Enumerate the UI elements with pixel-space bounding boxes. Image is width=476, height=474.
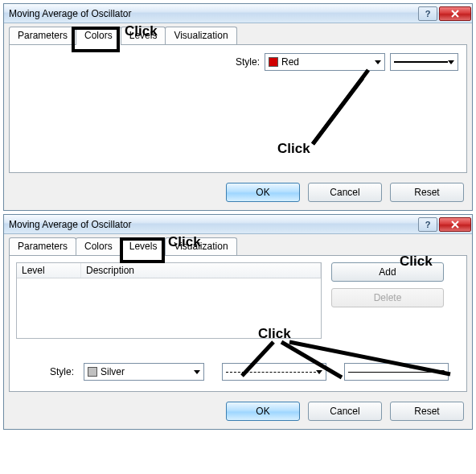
delete-button: Delete	[331, 288, 444, 307]
tab-visualization[interactable]: Visualization	[165, 27, 236, 44]
style-label: Style:	[18, 366, 74, 377]
color-name: Silver	[101, 366, 125, 377]
button-row: OK Cancel Reset	[4, 178, 472, 210]
chevron-down-icon	[194, 370, 200, 374]
close-button[interactable]	[439, 6, 471, 21]
chevron-down-icon	[375, 60, 381, 64]
help-icon: ?	[425, 9, 431, 19]
cancel-button[interactable]: Cancel	[308, 183, 382, 202]
line-sample	[348, 372, 438, 373]
color-swatch	[269, 57, 278, 67]
col-description[interactable]: Description	[81, 263, 321, 278]
titlebar[interactable]: Moving Average of Oscillator ?	[4, 4, 472, 23]
color-dropdown[interactable]: Red	[265, 53, 385, 71]
levels-list[interactable]: Level Description	[16, 262, 322, 339]
button-row: OK Cancel Reset	[4, 397, 472, 429]
style-label: Style:	[236, 56, 260, 68]
ok-button[interactable]: OK	[226, 183, 300, 202]
line-sample	[394, 61, 448, 63]
tab-levels[interactable]: Levels	[121, 237, 166, 256]
title: Moving Average of Oscillator	[9, 219, 416, 230]
line-sample-dash	[226, 372, 316, 373]
title: Moving Average of Oscillator	[9, 8, 416, 19]
tab-parameters[interactable]: Parameters	[9, 237, 76, 255]
color-swatch	[88, 367, 97, 377]
tab-parameters[interactable]: Parameters	[9, 27, 76, 44]
reset-button[interactable]: Reset	[390, 183, 464, 202]
tab-levels[interactable]: Levels	[121, 27, 166, 44]
close-icon	[451, 10, 459, 18]
col-level[interactable]: Level	[17, 263, 81, 278]
cancel-button[interactable]: Cancel	[308, 402, 382, 421]
tab-row: Parameters Colors Levels Visualization	[4, 234, 472, 255]
reset-button[interactable]: Reset	[390, 402, 464, 421]
close-icon	[451, 221, 459, 229]
line-weight-dropdown[interactable]	[344, 363, 449, 381]
side-buttons: Add Delete	[331, 262, 444, 339]
tab-body-colors: Style: Red	[9, 44, 467, 173]
tab-colors[interactable]: Colors	[76, 237, 121, 255]
line-style-dropdown[interactable]	[390, 53, 458, 71]
color-dropdown[interactable]: Silver	[84, 363, 204, 381]
color-name: Red	[281, 56, 299, 68]
close-button[interactable]	[439, 217, 471, 232]
tab-visualization[interactable]: Visualization	[165, 237, 236, 255]
chevron-down-icon	[316, 370, 322, 374]
tab-body-levels: Level Description Add Delete Style: Silv…	[9, 255, 467, 392]
help-icon: ?	[425, 220, 431, 229]
chevron-down-icon	[438, 370, 445, 374]
tab-row: Parameters Colors Levels Visualization	[4, 23, 472, 44]
ok-button[interactable]: OK	[226, 402, 300, 421]
chevron-down-icon	[448, 60, 454, 64]
add-button[interactable]: Add	[331, 262, 444, 282]
list-header: Level Description	[17, 263, 321, 278]
dialog-color: Moving Average of Oscillator ? Parameter…	[3, 3, 473, 211]
dialog-levels: Moving Average of Oscillator ? Parameter…	[3, 214, 473, 430]
line-pattern-dropdown[interactable]	[222, 363, 326, 381]
titlebar[interactable]: Moving Average of Oscillator ?	[4, 215, 472, 234]
tab-colors[interactable]: Colors	[76, 27, 121, 45]
help-button[interactable]: ?	[418, 6, 437, 21]
help-button[interactable]: ?	[418, 217, 437, 232]
